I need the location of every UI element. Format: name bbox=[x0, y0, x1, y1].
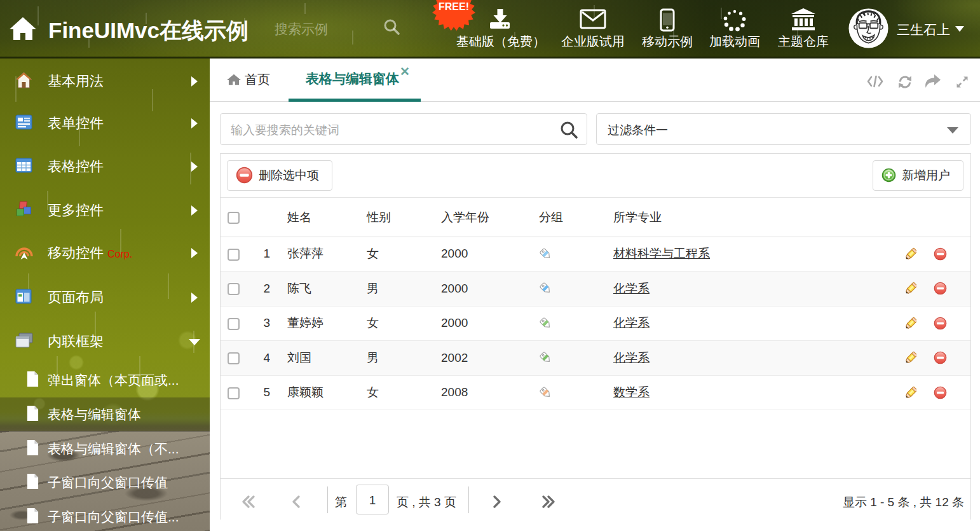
svg-text:FREE!: FREE! bbox=[439, 1, 469, 12]
